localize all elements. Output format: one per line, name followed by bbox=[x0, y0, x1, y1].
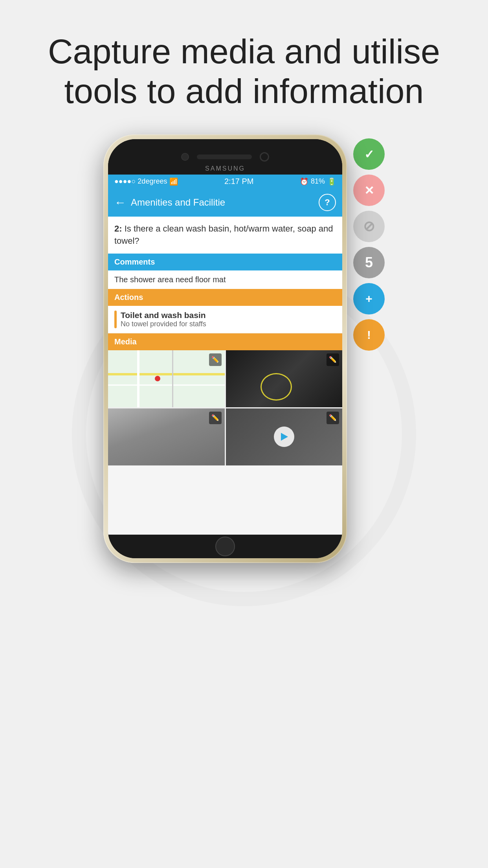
check-button[interactable]: ✓ bbox=[353, 138, 385, 170]
wifi-icon: 📶 bbox=[169, 177, 178, 186]
comments-header: Comments bbox=[108, 254, 342, 270]
status-time: 2:17 PM bbox=[224, 177, 253, 186]
help-button[interactable]: ? bbox=[319, 194, 336, 211]
phone-screen: ●●●●○ 2degrees 📶 2:17 PM ⏰ 81% 🔋 ← Ameni… bbox=[108, 175, 342, 535]
phone-mockup: SAMSUNG ●●●●○ 2degrees 📶 2:17 PM ⏰ 81% 🔋 bbox=[103, 134, 385, 563]
status-bar: ●●●●○ 2degrees 📶 2:17 PM ⏰ 81% 🔋 bbox=[108, 175, 342, 188]
status-carrier: ●●●●○ 2degrees 📶 bbox=[114, 177, 178, 186]
media-header: Media bbox=[108, 333, 342, 350]
action-indicator bbox=[114, 311, 117, 328]
phone-frame: SAMSUNG ●●●●○ 2degrees 📶 2:17 PM ⏰ 81% 🔋 bbox=[103, 134, 347, 563]
phone-top-bezel: SAMSUNG bbox=[108, 139, 342, 175]
media-cell-map[interactable]: ✏️ bbox=[108, 350, 225, 407]
media-cell-video[interactable]: ✏️ bbox=[226, 408, 343, 465]
action-text-block: Toilet and wash basin No towel provided … bbox=[121, 311, 336, 328]
count-button[interactable]: 5 bbox=[353, 247, 385, 278]
block-button[interactable]: ⊘ bbox=[353, 211, 385, 242]
media-grid: ✏️ ✏️ ✏️ bbox=[108, 350, 342, 465]
warning-button[interactable]: ! bbox=[353, 319, 385, 351]
play-triangle bbox=[281, 433, 288, 441]
battery-icon: 🔋 bbox=[327, 177, 336, 186]
status-right: ⏰ 81% 🔋 bbox=[300, 177, 336, 186]
screen-title: Amenities and Facilitie bbox=[131, 197, 319, 208]
media-cell-photo2[interactable]: ✏️ bbox=[108, 408, 225, 465]
comment-text: The shower area need floor mat bbox=[108, 270, 342, 289]
action-item[interactable]: Toilet and wash basin No towel provided … bbox=[108, 306, 342, 333]
page-headline: Capture media and utilise tools to add i… bbox=[0, 0, 488, 134]
question-body: Is there a clean wash basin, hot/warm wa… bbox=[114, 224, 333, 246]
question-number: 2: bbox=[114, 224, 122, 234]
phone-bottom-bezel bbox=[108, 535, 342, 558]
battery-text: 81% bbox=[311, 177, 325, 186]
question-text: 2: Is there a clean wash basin, hot/warm… bbox=[114, 223, 336, 247]
photo-dark-image bbox=[226, 350, 343, 407]
photo2-edit-button[interactable]: ✏️ bbox=[209, 412, 222, 424]
media-cell-photo1[interactable]: ✏️ bbox=[226, 350, 343, 407]
home-button[interactable] bbox=[215, 537, 235, 556]
front-camera-icon bbox=[181, 153, 189, 161]
action-subtitle: No towel provided for staffs bbox=[121, 320, 336, 328]
alarm-icon: ⏰ bbox=[300, 177, 308, 186]
action-title: Toilet and wash basin bbox=[121, 311, 336, 320]
map-edit-button[interactable]: ✏️ bbox=[209, 353, 222, 366]
play-button-icon[interactable] bbox=[274, 427, 294, 447]
add-button[interactable]: + bbox=[353, 283, 385, 314]
app-header: ← Amenities and Facilitie ? bbox=[108, 188, 342, 217]
photo1-edit-button[interactable]: ✏️ bbox=[327, 353, 339, 366]
annotation-circle bbox=[261, 373, 292, 401]
video-edit-button[interactable]: ✏️ bbox=[327, 412, 339, 424]
photo-fabric-image bbox=[108, 408, 225, 465]
side-action-buttons: ✓ ✕ ⊘ 5 + ! bbox=[347, 134, 385, 355]
scroll-content[interactable]: 2: Is there a clean wash basin, hot/warm… bbox=[108, 217, 342, 535]
question-area: 2: Is there a clean wash basin, hot/warm… bbox=[108, 217, 342, 254]
phone-inner: SAMSUNG ●●●●○ 2degrees 📶 2:17 PM ⏰ 81% 🔋 bbox=[108, 139, 342, 558]
back-button[interactable]: ← bbox=[114, 196, 126, 209]
speaker-grille bbox=[197, 154, 252, 159]
cross-button[interactable]: ✕ bbox=[353, 175, 385, 206]
actions-header: Actions bbox=[108, 289, 342, 306]
carrier-text: ●●●●○ 2degrees bbox=[114, 177, 167, 186]
selfie-camera-icon bbox=[260, 152, 269, 162]
map-image bbox=[108, 350, 225, 407]
brand-logo: SAMSUNG bbox=[205, 165, 245, 172]
